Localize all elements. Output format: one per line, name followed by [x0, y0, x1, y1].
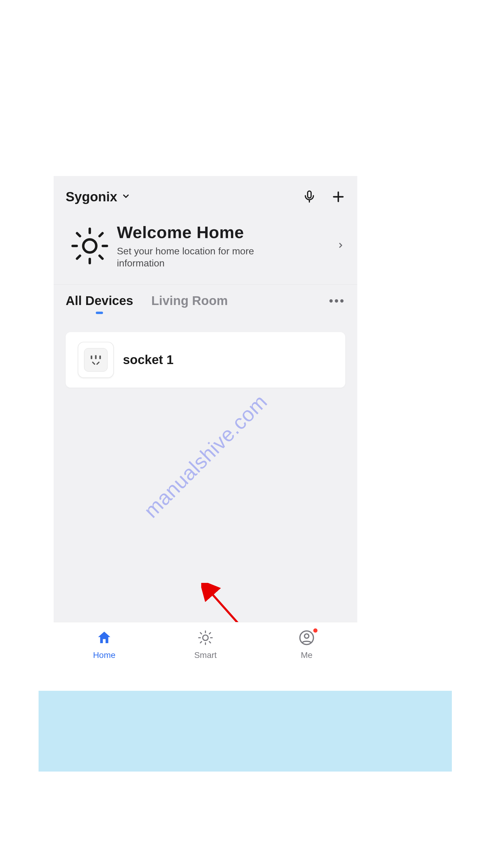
- svg-point-18: [203, 635, 208, 641]
- nav-smart[interactable]: Smart: [155, 622, 256, 667]
- device-icon-box: [78, 342, 114, 378]
- smart-sun-icon: [197, 629, 214, 648]
- device-name-label: socket 1: [123, 352, 173, 367]
- svg-point-28: [304, 634, 309, 638]
- svg-rect-0: [307, 191, 311, 198]
- welcome-title: Welcome Home: [117, 222, 334, 242]
- page-root: Sygonix: [0, 0, 488, 868]
- welcome-banner[interactable]: Welcome Home Set your home location for …: [54, 213, 357, 284]
- more-rooms-icon[interactable]: •••: [329, 294, 345, 308]
- tab-living-room[interactable]: Living Room: [151, 293, 228, 308]
- sun-icon: [66, 226, 114, 266]
- room-tabs: All Devices Living Room •••: [54, 284, 357, 311]
- svg-point-4: [83, 239, 96, 252]
- svg-rect-13: [91, 355, 92, 359]
- svg-line-25: [200, 642, 201, 643]
- home-selector-label[interactable]: Sygonix: [66, 189, 117, 204]
- tab-all-devices[interactable]: All Devices: [66, 293, 133, 308]
- svg-line-26: [209, 632, 210, 634]
- bottom-nav: Home Smart: [54, 622, 357, 667]
- welcome-subtitle: Set your home location for more informat…: [117, 245, 273, 269]
- nav-me[interactable]: Me: [256, 622, 357, 667]
- svg-line-22: [209, 642, 210, 643]
- device-card-socket-1[interactable]: socket 1: [66, 332, 345, 388]
- notification-badge-icon: [313, 628, 318, 633]
- nav-me-label: Me: [301, 650, 313, 660]
- profile-icon: [298, 629, 315, 648]
- svg-line-12: [100, 233, 103, 236]
- socket-icon: [84, 348, 107, 372]
- add-icon[interactable]: [331, 190, 345, 204]
- chevron-down-icon[interactable]: [121, 192, 130, 202]
- welcome-text-block: Welcome Home Set your home location for …: [114, 222, 334, 269]
- nav-smart-label: Smart: [194, 650, 217, 660]
- phone-frame: Sygonix: [54, 176, 357, 667]
- top-bar: Sygonix: [54, 176, 357, 213]
- ad-banner-placeholder: [38, 691, 452, 772]
- chevron-right-icon: [337, 241, 345, 250]
- watermark-text: manualshive.com: [139, 390, 272, 522]
- svg-line-11: [77, 255, 80, 258]
- svg-line-7: [77, 233, 80, 236]
- nav-home-label: Home: [93, 650, 116, 660]
- svg-line-21: [200, 632, 201, 634]
- nav-home[interactable]: Home: [54, 622, 155, 667]
- microphone-icon[interactable]: [302, 190, 316, 204]
- svg-rect-14: [99, 355, 101, 359]
- svg-line-8: [100, 255, 103, 258]
- home-icon: [96, 629, 112, 648]
- svg-rect-15: [95, 355, 96, 359]
